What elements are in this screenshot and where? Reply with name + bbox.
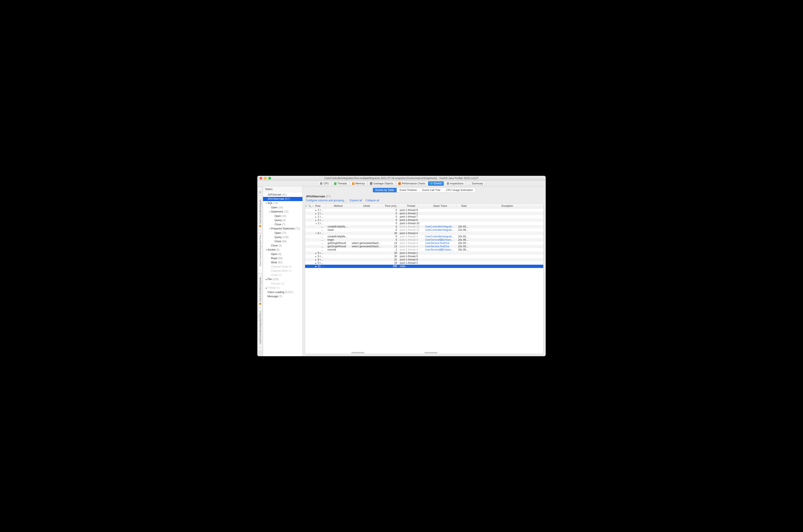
tree-item[interactable]: Close (4) xyxy=(263,244,302,248)
col-header-row[interactable]: Row xyxy=(314,204,326,208)
table-row[interactable]: #30createEntityManager0pool-1-thread-10U… xyxy=(305,225,543,228)
tab-cpu[interactable]: CPU xyxy=(318,181,331,186)
tree-item[interactable]: Channel Read (0) xyxy=(263,265,302,269)
tree-item[interactable]: ▶Thread (0) xyxy=(263,286,302,290)
col-header-thread[interactable]: Thread xyxy=(398,204,424,208)
subtab-events-by-table[interactable]: Events by Table xyxy=(373,188,397,192)
tree-item[interactable]: ▼Prepared Statement (72) xyxy=(263,227,302,231)
gear-icon[interactable]: ⚙ xyxy=(305,204,307,208)
subtab-event-timeline[interactable]: Event Timeline xyxy=(397,188,420,192)
tab-performance[interactable]: Performance Charts xyxy=(396,181,427,186)
disclosure-icon[interactable]: ▶ xyxy=(315,209,317,212)
tab-memory[interactable]: Memory xyxy=(350,181,367,186)
tree-item[interactable]: Query (106) xyxy=(263,235,302,240)
disclosure-icon[interactable]: ▶ xyxy=(265,278,267,281)
col-header-start[interactable]: Start xyxy=(457,204,471,208)
disclosure-icon[interactable]: ▶ xyxy=(315,215,317,219)
tree-item[interactable]: Class Loading (9,327) xyxy=(263,290,302,294)
tree-item[interactable]: Close (0) xyxy=(263,273,302,277)
tree-item[interactable]: Message (3) xyxy=(263,294,302,299)
disclosure-icon[interactable]: ▶ xyxy=(315,262,317,265)
table-row[interactable]: #24createEntityManager0pool-1-thread-4Us… xyxy=(305,235,543,238)
disclosure-icon[interactable]: ▶ xyxy=(265,286,267,290)
close-icon[interactable]: × xyxy=(259,229,261,231)
link-collapse-all[interactable]: Collapse all xyxy=(366,199,379,202)
tab-garbage[interactable]: Garbage Objects xyxy=(368,181,395,186)
table-body[interactable]: ▶ 2 rows0pool-1-thread-9▶ 2 rows0pool-1-… xyxy=(305,209,543,354)
tree-item[interactable]: JPA/Hibernate (57) xyxy=(263,197,302,201)
subtab-cpu-usage-estimation[interactable]: CPU Usage Estimation xyxy=(443,188,476,192)
tree-item[interactable]: Close (7) xyxy=(263,223,302,227)
tree-item[interactable]: Read (86) xyxy=(263,256,302,261)
tree-item[interactable]: Open (72) xyxy=(263,231,302,235)
h-scroll-thumb-2[interactable] xyxy=(424,352,437,353)
tree-item[interactable]: Process (0) xyxy=(263,282,302,286)
close-icon[interactable]: × xyxy=(259,306,261,309)
tree-item[interactable]: Query (8) xyxy=(263,218,302,223)
tab-inspections[interactable]: Inspections xyxy=(445,181,466,186)
col-header-exception[interactable]: Exception xyxy=(471,204,543,208)
table-row[interactable]: ▶ 5 rows31pool-1-thread-8 xyxy=(305,258,543,261)
disclosure-icon[interactable]: ▼ xyxy=(315,232,317,235)
tab-threads[interactable]: Threads xyxy=(332,181,349,186)
disclosure-icon[interactable]: ▶ xyxy=(315,258,317,262)
disclosure-icon[interactable]: ▶ xyxy=(315,212,317,215)
table-row[interactable]: #43getSingleResultselect generatedAlias0… xyxy=(305,245,543,248)
disclosure-icon[interactable]: ▼ xyxy=(265,202,267,205)
table-row[interactable]: ▶ 5 rows30pool-1-thread-5 xyxy=(305,255,543,258)
link-configure-columns[interactable]: Configure columns and grouping... xyxy=(306,199,346,202)
table-row[interactable]: #33begin0pool-1-thread-4UserService$$Enh… xyxy=(305,238,543,242)
disclosure-icon[interactable]: ▼ xyxy=(265,248,267,252)
tree-item[interactable]: Close (66) xyxy=(263,240,302,244)
disclosure-icon[interactable]: ▶ xyxy=(315,265,317,268)
tree-item[interactable]: Channel Write (0) xyxy=(263,269,302,273)
disclosure-icon[interactable]: ▶ xyxy=(315,252,317,255)
col-header-stack[interactable]: Stack Trace xyxy=(424,204,457,208)
table-row[interactable]: ▶ 5 rows30pool-1-thread-1 xyxy=(305,251,543,255)
tab-events[interactable]: Events xyxy=(428,181,444,186)
tree-item[interactable]: ▼SQL (14) xyxy=(263,201,302,206)
minimize-icon[interactable] xyxy=(264,177,266,179)
close-icon[interactable]: × xyxy=(259,269,261,271)
tree-item[interactable]: Open (6) xyxy=(263,252,302,256)
tree-item[interactable]: ▼Socket (6) xyxy=(263,248,302,252)
disclosure-icon[interactable]: ▶ xyxy=(315,219,317,222)
search-icon[interactable]: 🔍 xyxy=(308,204,312,208)
tree-item[interactable]: Write (83) xyxy=(263,261,302,265)
table-row[interactable]: #40getSingleResultselect generatedAlias0… xyxy=(305,242,543,245)
maximize-icon[interactable] xyxy=(268,177,271,179)
h-scroll-thumb[interactable] xyxy=(351,352,365,353)
table-row[interactable]: ▼ 2 rows0pool-1-thread-10 xyxy=(305,222,543,225)
subtab-event-call-tree[interactable]: Event Call Tree xyxy=(420,188,443,192)
gutter-tab[interactable]: ×UserControllerIntegrati... xyxy=(258,196,262,233)
disclosure-icon[interactable]: ▶ xyxy=(315,255,317,258)
disclosure-icon[interactable]: ▼ xyxy=(269,227,271,231)
link-expand-all[interactable]: Expand all xyxy=(350,199,362,202)
table-row[interactable]: ▶ 5 rows29pool-1-thread-3 xyxy=(305,261,543,265)
close-icon[interactable] xyxy=(260,177,262,179)
col-controls[interactable]: ⚙🔍▲ xyxy=(305,204,314,208)
table-row[interactable]: ▶ 2 rows0pool-1-thread-9 xyxy=(305,209,543,212)
tree-item[interactable]: Open (10) xyxy=(263,214,302,218)
table-row[interactable]: #51commit2pool-1-thread-4UserService$$En… xyxy=(305,248,543,251)
disclosure-icon[interactable]: ▼ xyxy=(315,222,317,225)
disclosure-icon[interactable]: ▼ xyxy=(269,210,271,214)
table-row[interactable]: ▶ 2 rows0pool-1-thread-2 xyxy=(305,212,543,215)
close-icon[interactable]: × xyxy=(259,346,261,349)
gutter-tab[interactable]: ×UserControllerIntegrati... xyxy=(258,273,262,311)
table-row[interactable]: ▶ 22 rows396main xyxy=(305,265,543,268)
tree-item[interactable]: ▶File (125) xyxy=(263,277,302,282)
sort-asc-icon[interactable]: ▲ xyxy=(312,205,314,207)
table-row[interactable]: ▶ 2 rows0pool-1-thread-6 xyxy=(305,218,543,222)
gutter-tab[interactable]: ×UserControllerIntegrationTest.m... xyxy=(258,233,262,273)
table-row[interactable]: ▼ 5 rows30pool-1-thread-4 xyxy=(305,232,543,235)
tree-item[interactable]: ▼Statement (10) xyxy=(263,210,302,214)
tree-item[interactable]: JSP/Servlet (60) xyxy=(263,193,302,197)
tab-summary[interactable]: Summary xyxy=(466,181,485,186)
gutter-tab[interactable]: ×UserControllerIntegrationTest.mu... xyxy=(258,311,262,351)
table-row[interactable]: #54close0pool-1-thread-10UserControllerI… xyxy=(305,228,543,232)
tree-item[interactable]: Open (14) xyxy=(263,206,302,210)
col-header-method[interactable]: Method xyxy=(326,204,351,208)
col-header-detail[interactable]: Detail xyxy=(351,204,383,208)
gutter-tab[interactable]: W... xyxy=(258,187,262,195)
